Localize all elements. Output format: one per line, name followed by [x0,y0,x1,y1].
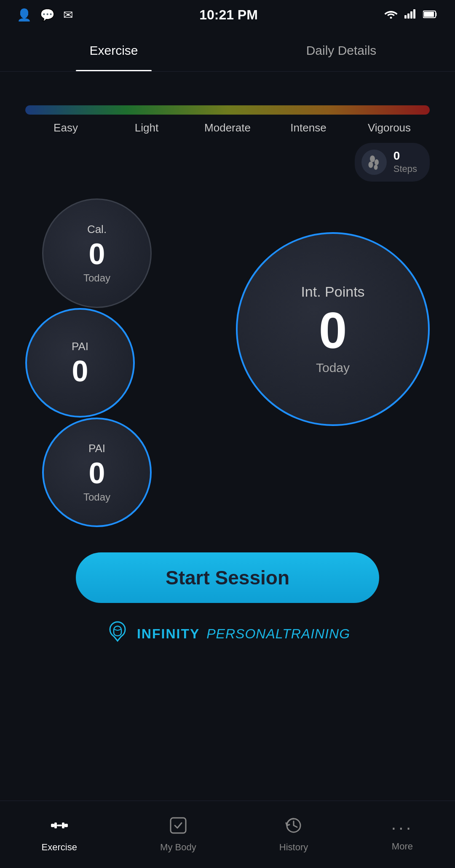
bottom-nav-my-body[interactable]: My Body [160,816,196,853]
pai2-widget: PAI 0 Today [42,418,152,527]
svg-point-9 [368,162,373,168]
pai-circle-2: PAI 0 Today [42,418,152,527]
steps-info: 0 Steps [393,150,417,174]
svg-rect-15 [57,825,62,826]
main-content: Easy Light Moderate Intense Vigorous 0 S… [0,72,455,527]
cal-value: 0 [89,239,105,269]
intensity-easy: Easy [25,121,106,134]
intensity-color-bar [25,105,430,115]
svg-rect-14 [62,822,64,828]
message-icon: 💬 [40,8,55,22]
wifi-icon [384,8,398,21]
int-points-widget: Int. Points 0 Today [236,232,430,426]
exercise-icon [50,816,69,839]
logo-brand-name: INFINITY [137,626,200,642]
intensity-labels: Easy Light Moderate Intense Vigorous [25,121,430,134]
svg-point-7 [370,155,375,162]
tab-bar: Exercise Daily Details [0,29,455,72]
tab-underline [76,70,152,71]
intensity-intense: Intense [268,121,349,134]
svg-rect-2 [407,13,410,19]
pai-circle-1: PAI 0 [25,308,135,418]
intensity-vigorous: Vigorous [349,121,430,134]
svg-rect-13 [54,822,57,828]
cal-circle: Cal. 0 Today [42,198,152,308]
svg-rect-4 [413,9,415,19]
person-icon: 👤 [17,8,32,22]
cal-title: Cal. [87,223,107,236]
int-points-subtitle: Today [316,361,350,375]
logo-icon [105,620,130,648]
my-body-icon [169,816,187,839]
history-icon [284,816,303,839]
pai1-value: 0 [72,356,88,386]
signal-icon [404,8,416,21]
int-points-value: 0 [319,305,347,356]
pai2-value: 0 [89,458,105,488]
my-body-nav-label: My Body [160,842,196,853]
cal-subtitle: Today [83,272,110,284]
pai2-subtitle: Today [83,491,110,503]
tab-exercise[interactable]: Exercise [0,29,228,71]
mail-icon: ✉ [63,8,73,22]
intensity-light: Light [106,121,187,134]
more-icon: ··· [391,817,413,838]
bottom-nav-history[interactable]: History [279,816,308,853]
circles-area: Cal. 0 Today PAI 0 PAI 0 Today Int. Poin… [17,190,438,527]
steps-widget: 0 Steps [17,143,430,182]
svg-point-0 [390,17,392,19]
status-left-icons: 👤 💬 ✉ [17,8,73,22]
bottom-nav: Exercise My Body History ··· More [0,801,455,868]
int-points-title: Int. Points [301,284,364,300]
footprint-icon [361,150,387,175]
steps-label: Steps [393,163,417,174]
intensity-moderate: Moderate [187,121,268,134]
svg-rect-11 [51,824,54,827]
intensity-bar-container: Easy Light Moderate Intense Vigorous [17,105,438,134]
logo-area: INFINITY PERSONALTRAINING [0,620,455,648]
bottom-nav-exercise[interactable]: Exercise [42,816,77,853]
svg-rect-12 [64,824,68,827]
svg-rect-3 [410,11,412,19]
steps-box: 0 Steps [355,143,430,182]
pai2-title: PAI [88,442,105,455]
more-nav-label: More [392,841,413,852]
svg-rect-16 [171,818,186,833]
int-points-circle: Int. Points 0 Today [236,232,430,426]
pai1-widget: PAI 0 [25,308,135,418]
svg-point-10 [374,165,377,170]
svg-point-8 [375,159,379,165]
tab-daily-details[interactable]: Daily Details [228,29,455,71]
battery-icon [423,8,438,21]
start-session-button[interactable]: Start Session [76,552,379,603]
status-time: 10:21 PM [199,7,258,23]
cal-widget: Cal. 0 Today [42,198,152,308]
status-right-icons [384,8,438,21]
logo-tagline: PERSONALTRAINING [206,626,350,642]
pai1-title: PAI [72,340,88,353]
svg-rect-1 [404,15,407,19]
svg-rect-6 [424,12,434,17]
history-nav-label: History [279,842,308,853]
bottom-nav-more[interactable]: ··· More [391,817,413,852]
steps-value: 0 [393,150,400,162]
status-bar: 👤 💬 ✉ 10:21 PM [0,0,455,29]
exercise-nav-label: Exercise [42,842,77,853]
